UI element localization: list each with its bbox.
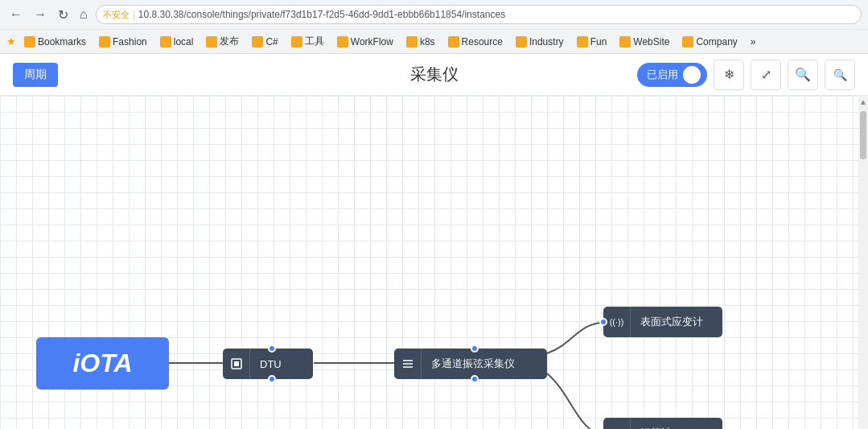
bookmark-more[interactable]: » <box>746 35 761 49</box>
security-warning: 不安全 <box>103 9 130 21</box>
app-container: 周期 采集仪 已启用 ❄ ⤢ 🔍 🔍 <box>0 54 868 429</box>
scrollbar[interactable]: ▲ <box>858 96 868 429</box>
refresh-button[interactable]: ↻ <box>55 6 72 24</box>
expand-button[interactable]: ⤢ <box>751 60 781 90</box>
bookmark-label: 工具 <box>305 35 324 48</box>
address-bar[interactable]: 不安全 | 10.8.30.38/console/things/private/… <box>96 5 862 24</box>
bookmark-label: Company <box>696 36 737 47</box>
bookmark-label: WebSite <box>633 36 669 47</box>
bookmark-local[interactable]: local <box>155 35 199 49</box>
collector-node[interactable]: 多通道振弦采集仪 <box>394 349 547 379</box>
collector-top-dot <box>471 344 479 353</box>
zoom-out-icon: 🔍 <box>833 68 847 81</box>
bookmark-csharp[interactable]: C# <box>247 35 282 49</box>
bookmark-fashion[interactable]: Fashion <box>94 35 152 49</box>
zoom-in-icon: 🔍 <box>795 67 811 82</box>
collector-bottom-dot <box>471 375 479 383</box>
collector-label: 多通道振弦采集仪 <box>422 357 525 371</box>
dtu-icon <box>223 349 250 379</box>
svg-rect-1 <box>234 361 239 366</box>
collector-icon <box>394 349 422 379</box>
toggle-label: 已启用 <box>647 68 678 82</box>
toolbar-right: 已启用 ❄ ⤢ 🔍 🔍 <box>637 60 855 90</box>
bookmark-icon <box>577 36 588 47</box>
bookmark-label: Resource <box>462 36 503 47</box>
bookmark-icon <box>24 36 35 47</box>
bookmark-label: Industry <box>529 36 564 47</box>
bookmark-icon <box>99 36 110 47</box>
bookmark-workflow[interactable]: WorkFlow <box>332 35 398 49</box>
zoom-in-button[interactable]: 🔍 <box>788 60 818 90</box>
dtu-label: DTU <box>250 358 291 370</box>
bookmark-company[interactable]: Company <box>677 35 742 49</box>
expand-icon: ⤢ <box>761 67 771 82</box>
bookmark-icon <box>252 36 263 47</box>
browser-chrome: ← → ↻ ⌂ 不安全 | 10.8.30.38/console/things/… <box>0 0 868 54</box>
bookmark-icon <box>516 36 527 47</box>
bookmark-icon <box>206 36 217 47</box>
bookmark-tools[interactable]: 工具 <box>286 33 329 50</box>
bookmark-k8s[interactable]: k8s <box>401 35 440 49</box>
bookmark-label: k8s <box>420 36 435 47</box>
bookmark-icon <box>160 36 171 47</box>
bookmark-icon <box>406 36 418 47</box>
separator: | <box>133 9 135 20</box>
home-button[interactable]: ⌂ <box>76 6 91 23</box>
bookmark-label: local <box>174 36 194 47</box>
bookmark-industry[interactable]: Industry <box>511 35 569 49</box>
bookmark-resource[interactable]: Resource <box>443 35 508 49</box>
bookmarks-bar: ★ Bookmarks Fashion local 发布 C# 工具 WorkF… <box>0 29 868 53</box>
scrollbar-thumb[interactable] <box>860 111 866 159</box>
toolbar: 周期 采集仪 已启用 ❄ ⤢ 🔍 🔍 <box>0 54 868 96</box>
more-icon: » <box>751 36 756 47</box>
bookmark-website[interactable]: WebSite <box>615 35 674 49</box>
bookmark-bookmarks[interactable]: Bookmarks <box>19 35 91 49</box>
toggle-circle <box>683 66 701 84</box>
dtu-bottom-dot <box>268 375 276 383</box>
sensor2-icon: ((·)) <box>603 418 631 429</box>
sensor1-left-dot <box>599 318 607 326</box>
sensor1-icon: ((·)) <box>603 307 631 337</box>
bookmark-icon <box>291 36 302 47</box>
bookmark-label: WorkFlow <box>351 36 393 47</box>
bookmark-label: 发布 <box>220 35 239 48</box>
toggle-enabled-button[interactable]: 已启用 <box>637 63 707 87</box>
back-button[interactable]: ← <box>6 6 26 23</box>
sensor2-node[interactable]: ((·)) 钢筋计 <box>603 418 722 429</box>
forward-button[interactable]: → <box>31 6 50 23</box>
bookmark-label: C# <box>265 36 278 47</box>
sensor1-node[interactable]: ((·)) 表面式应变计 <box>603 307 722 337</box>
scroll-up-arrow[interactable]: ▲ <box>858 96 868 108</box>
nav-bar: ← → ↻ ⌂ 不安全 | 10.8.30.38/console/things/… <box>0 0 868 29</box>
bookmark-icon <box>619 36 631 47</box>
url-text: 10.8.30.38/console/things/private/f73d1b… <box>138 9 505 20</box>
bookmark-icon <box>448 36 459 47</box>
snowflake-icon: ❄ <box>724 67 734 82</box>
zoom-out-button[interactable]: 🔍 <box>825 60 855 90</box>
bookmark-fun[interactable]: Fun <box>572 35 612 49</box>
bookmark-label: Bookmarks <box>38 36 86 47</box>
period-button[interactable]: 周期 <box>13 63 58 87</box>
snowflake-button[interactable]: ❄ <box>714 60 744 90</box>
bookmark-publish[interactable]: 发布 <box>201 33 244 50</box>
sensor2-label: 钢筋计 <box>631 426 681 429</box>
star-icon: ★ <box>6 35 16 47</box>
bookmark-icon <box>337 36 348 47</box>
page-title: 采集仪 <box>410 64 459 85</box>
iota-node[interactable]: iOTA <box>36 337 169 390</box>
dtu-top-dot <box>268 344 276 353</box>
iota-label: iOTA <box>72 349 132 378</box>
canvas-area[interactable]: iOTA DTU <box>0 96 868 429</box>
bookmark-label: Fashion <box>113 36 147 47</box>
sensor1-label: 表面式应变计 <box>631 315 713 329</box>
dtu-node[interactable]: DTU <box>223 349 313 379</box>
bookmark-icon <box>682 36 693 47</box>
bookmark-label: Fun <box>590 36 607 47</box>
